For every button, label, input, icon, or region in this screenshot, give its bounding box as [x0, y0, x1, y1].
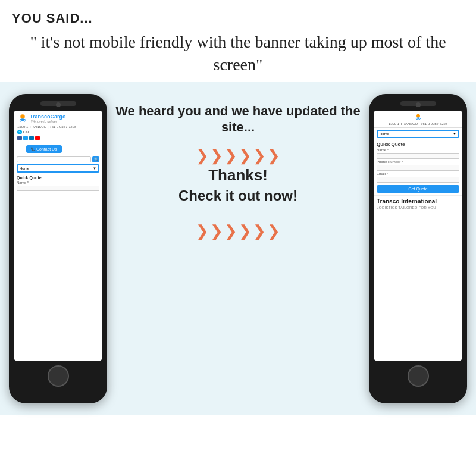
arrow-b5: ❯ [253, 223, 266, 239]
left-logo-text: TranscoCargo We love to deliver [30, 114, 66, 123]
left-dropdown-value: Home [20, 167, 29, 170]
right-phone-mockup: 1300 1 TRANSCO | +61 3 9357 7228 Home ▼ … [369, 94, 467, 403]
left-contact-btn[interactable]: 📞 Contact Us [26, 145, 62, 153]
check-it-out-text: Check it out now! [178, 187, 298, 205]
right-phone-input[interactable] [377, 165, 459, 171]
phone-icon: 📞 [31, 147, 35, 151]
right-phone-label: Phone Number * [374, 159, 462, 164]
left-screen-content: TranscoCargo We love to deliver 1300 1 T… [14, 111, 102, 361]
right-dropdown-arrow-icon: ▼ [453, 132, 456, 136]
transco-logo-icon [17, 113, 28, 124]
right-logo-icon [414, 113, 422, 121]
right-name-label: Name * [374, 148, 462, 152]
linkedin-icon [29, 136, 34, 140]
arrow-b4: ❯ [239, 223, 252, 239]
left-quick-quote-title: Quick Quote [14, 174, 102, 180]
right-get-quote-btn[interactable]: Get Quote [377, 185, 459, 193]
right-name-input[interactable] [377, 153, 459, 159]
left-phone-number: 1300 1 TRANSCO | +61 3 9357 7228 [17, 125, 99, 129]
right-logo-row [377, 113, 459, 121]
arrow-3: ❯ [224, 148, 237, 163]
we-heard-text: We heard you and we have updated the sit… [113, 103, 363, 136]
quote-text: " it's not mobile friendly with the bann… [12, 31, 464, 76]
skype-label: Call [23, 130, 29, 134]
left-phone-screen: TranscoCargo We love to deliver 1300 1 T… [14, 111, 102, 361]
right-phone-home-btn[interactable] [408, 365, 429, 387]
right-brand-sub: LOGISTICS TAILORED FOR YOU [377, 206, 459, 209]
right-dropdown[interactable]: Home ▼ [377, 130, 459, 138]
right-screen-content: 1300 1 TRANSCO | +61 3 9357 7228 Home ▼ … [374, 111, 462, 361]
right-quick-quote-title: Quick Quote [374, 140, 462, 148]
thanks-text: Thanks! [208, 166, 268, 184]
dropdown-arrow-icon: ▼ [93, 167, 96, 170]
middle-text-area: We heard you and we have updated the sit… [107, 94, 369, 242]
left-name-input[interactable] [17, 186, 99, 191]
arrow-b3: ❯ [224, 223, 237, 239]
arrow-b6: ❯ [267, 223, 280, 239]
phone-camera [56, 102, 61, 107]
right-brand-section: Transco International LOGISTICS TAILORED… [374, 195, 462, 212]
arrow-b2: ❯ [210, 223, 223, 239]
right-phone-camera [416, 102, 421, 107]
left-sc-header: TranscoCargo We love to deliver 1300 1 T… [14, 111, 102, 143]
contact-btn-label: Contact Us [36, 147, 57, 151]
arrows-bottom: ❯ ❯ ❯ ❯ ❯ ❯ [196, 223, 280, 239]
right-sc-header: 1300 1 TRANSCO | +61 3 9357 7228 [374, 111, 462, 128]
svg-point-0 [20, 114, 25, 119]
right-dropdown-value: Home [380, 132, 389, 136]
left-dropdown[interactable]: Home ▼ [17, 164, 99, 173]
facebook-icon [17, 136, 22, 140]
left-search-row: 🔍 [14, 156, 102, 162]
left-search-input[interactable] [17, 156, 91, 162]
main-section: TranscoCargo We love to deliver 1300 1 T… [0, 82, 476, 415]
right-email-label: Email * [374, 171, 462, 176]
left-name-label: Name * [14, 180, 102, 185]
left-skype-row: S Call [17, 130, 99, 134]
top-section: YOU SAID... " it's not mobile friendly w… [0, 0, 476, 82]
twitter-icon [23, 136, 28, 140]
arrow-6: ❯ [267, 148, 280, 163]
right-email-input[interactable] [377, 177, 459, 183]
left-phone-mockup: TranscoCargo We love to deliver 1300 1 T… [9, 94, 107, 403]
you-said-heading: YOU SAID... [12, 11, 464, 26]
left-logo-row: TranscoCargo We love to deliver [17, 113, 99, 124]
arrow-5: ❯ [253, 148, 266, 163]
left-social-icons [17, 136, 99, 140]
arrow-b1: ❯ [196, 223, 209, 239]
right-phone-number: 1300 1 TRANSCO | +61 3 9357 7228 [377, 122, 459, 126]
arrow-2: ❯ [210, 148, 223, 163]
arrow-4: ❯ [239, 148, 252, 163]
youtube-icon [35, 136, 40, 140]
right-phone-screen: 1300 1 TRANSCO | +61 3 9357 7228 Home ▼ … [374, 111, 462, 361]
arrow-1: ❯ [196, 148, 209, 163]
left-search-btn[interactable]: 🔍 [92, 156, 99, 162]
svg-point-1 [416, 114, 420, 117]
left-phone-home-btn[interactable] [48, 365, 69, 387]
right-brand-title: Transco International [377, 198, 459, 205]
arrows-top: ❯ ❯ ❯ ❯ ❯ ❯ [196, 148, 280, 163]
skype-icon: S [17, 130, 22, 134]
